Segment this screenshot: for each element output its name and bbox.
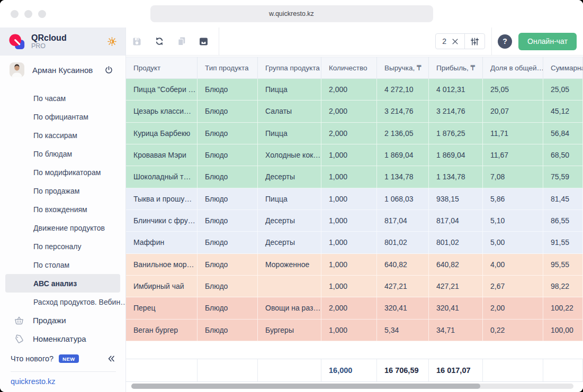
clear-filter-icon[interactable] [451, 38, 464, 45]
totals-cell [258, 359, 321, 381]
scrollbar-thumb[interactable] [131, 384, 480, 389]
table-cell: 100,22 [543, 297, 583, 319]
table-cell: 1,000 [321, 232, 377, 253]
tag-icon [14, 334, 24, 344]
table-cell: Шоколадный т… [126, 166, 198, 188]
column-header[interactable]: Тип продукта [198, 57, 258, 78]
table-cell: Имбирный чай [126, 276, 198, 297]
sidebar-item[interactable]: По блюдам [0, 144, 125, 163]
table-cell: 1,000 [321, 188, 377, 210]
theme-sun-icon[interactable] [107, 37, 117, 47]
table-row[interactable]: Пицца "Собери …БлюдоПицца2,0004 272,104 … [126, 79, 583, 101]
sidebar-item[interactable]: Движение продуктов [0, 218, 125, 237]
column-header[interactable]: Доля в общей… [483, 57, 543, 78]
whats-new-row[interactable]: Что нового? NEW [11, 349, 116, 368]
table-cell: 5,00 [483, 232, 543, 253]
table-cell: 86,55 [543, 210, 583, 232]
brand-tier: PRO [31, 42, 67, 50]
sidebar-item[interactable]: АВС анализ [5, 274, 120, 293]
minimize-window-icon[interactable] [24, 10, 32, 18]
table-row[interactable]: Ванильное мор…БлюдоМороженное1,000640,82… [126, 254, 583, 276]
table-cell: 5,86 [483, 188, 543, 210]
table-cell: Мороженное [258, 254, 321, 276]
table-row[interactable]: Блинчики с фру…БлюдоДесерты1,000817,0481… [126, 210, 583, 232]
url-text: w.quickresto.kz [269, 10, 314, 17]
help-button[interactable]: ? [498, 34, 512, 49]
table-cell: Блинчики с фру… [126, 210, 198, 232]
table-cell: 1 134,78 [377, 166, 429, 188]
column-header[interactable]: Количество [321, 57, 377, 78]
collapse-sidebar-icon[interactable] [106, 354, 116, 363]
table-cell: Бургеры [258, 320, 321, 341]
sidebar-item-sales[interactable]: Продажи [0, 311, 125, 330]
table-cell: Блюдо [198, 254, 258, 276]
copy-icon[interactable] [176, 36, 187, 47]
close-window-icon[interactable] [11, 10, 19, 18]
sidebar-menu: По часамПо официантамПо кассирамПо блюда… [0, 81, 125, 311]
sidebar-item[interactable]: По персоналу [0, 237, 125, 256]
sidebar-item[interactable]: По модификаторам [0, 163, 125, 181]
sidebar-item-nomenclature[interactable]: Номенклатура [0, 330, 125, 348]
table-row[interactable]: Кровавая МэриБлюдоХолодные кок…1,0001 86… [126, 144, 583, 166]
totals-cell: 16,000 [321, 359, 377, 381]
table-row[interactable]: ПерецБлюдоОвощи на раз…2,000320,41320,41… [126, 297, 583, 319]
column-header[interactable]: Суммарная [543, 57, 583, 78]
sidebar-item[interactable]: По вхождениям [0, 200, 125, 218]
table-cell: 0,22 [483, 320, 543, 341]
table-cell: 25,05 [483, 79, 543, 101]
table-row[interactable]: Имбирный чайБлюдо1,000427,21427,212,6798… [126, 276, 583, 297]
table-cell: 1 134,78 [429, 166, 483, 188]
sidebar-sections: Продажи Номенклатура [0, 311, 125, 348]
column-header[interactable]: Выручка, ₸ [377, 57, 429, 78]
table-cell: Блюдо [198, 79, 258, 101]
sidebar-item[interactable]: По часам [0, 89, 125, 107]
table-cell: Блюдо [198, 320, 258, 341]
table-cell: 427,21 [429, 276, 483, 297]
table-cell: 320,41 [429, 297, 483, 319]
table-cell: 4 272,10 [377, 79, 429, 101]
table-row[interactable]: Веган бургерБлюдоБургеры1,0005,3434,710,… [126, 320, 583, 341]
table-cell: 34,71 [429, 320, 483, 341]
table-row[interactable]: Тыква и прошу…БлюдоПицца1,0001 068,03938… [126, 188, 583, 210]
export-icon[interactable] [198, 36, 209, 47]
table-cell: 20,07 [483, 101, 543, 122]
table-body: Пицца "Собери …БлюдоПицца2,0004 272,104 … [126, 79, 583, 341]
sidebar-item[interactable]: По продажам [0, 181, 125, 200]
window-controls [11, 10, 46, 18]
sidebar-item[interactable]: По столам [0, 256, 125, 274]
sidebar-item[interactable]: По кассирам [0, 126, 125, 144]
filter-sliders-icon[interactable] [465, 37, 485, 46]
table-row[interactable]: Цезарь класси…БлюдоСалаты2,0003 214,763 … [126, 101, 583, 122]
sidebar-item[interactable]: Расход продуктов. Вебин… [0, 293, 125, 311]
online-chat-button[interactable]: Онлайн-чат [518, 33, 577, 50]
table-row[interactable]: Курица БарбекюБлюдоПицца2,0002 136,051 8… [126, 123, 583, 144]
new-badge: NEW [59, 354, 79, 363]
refresh-icon[interactable] [154, 35, 165, 47]
table-cell: 640,82 [377, 254, 429, 276]
totals-cell [483, 359, 543, 381]
column-header[interactable]: Продукт [126, 57, 198, 78]
sidebar-header: QRcloud PRO [0, 28, 125, 56]
table-cell: 640,82 [429, 254, 483, 276]
table-cell: Блюдо [198, 188, 258, 210]
user-profile[interactable]: Арман Кусаинов [0, 56, 125, 81]
save-icon[interactable] [131, 36, 142, 47]
table-row[interactable]: Шоколадный т…БлюдоДесерты1,0001 134,781 … [126, 166, 583, 188]
table-cell: 81,45 [543, 188, 583, 210]
column-header[interactable]: Прибыль, ₸ [429, 57, 483, 78]
sidebar-item[interactable]: По официантам [0, 107, 125, 126]
site-link[interactable]: quickresto.kz [11, 371, 116, 386]
table-cell: Десерты [258, 210, 321, 232]
browser-titlebar: w.quickresto.kz [0, 0, 583, 28]
logout-icon[interactable] [104, 65, 114, 75]
table-cell: Холодные кок… [258, 144, 321, 166]
table-cell: 91,55 [543, 232, 583, 253]
table-row[interactable]: МаффинБлюдоДесерты1,000801,02801,025,009… [126, 232, 583, 253]
address-bar[interactable]: w.quickresto.kz [150, 5, 433, 22]
section-label: Номенклатура [33, 334, 86, 343]
zoom-window-icon[interactable] [38, 10, 46, 18]
table-cell: 1 869,04 [429, 144, 483, 166]
horizontal-scrollbar[interactable] [131, 384, 573, 389]
column-header[interactable]: Группа продукта [258, 57, 321, 78]
table-cell: 11,71 [483, 123, 543, 144]
